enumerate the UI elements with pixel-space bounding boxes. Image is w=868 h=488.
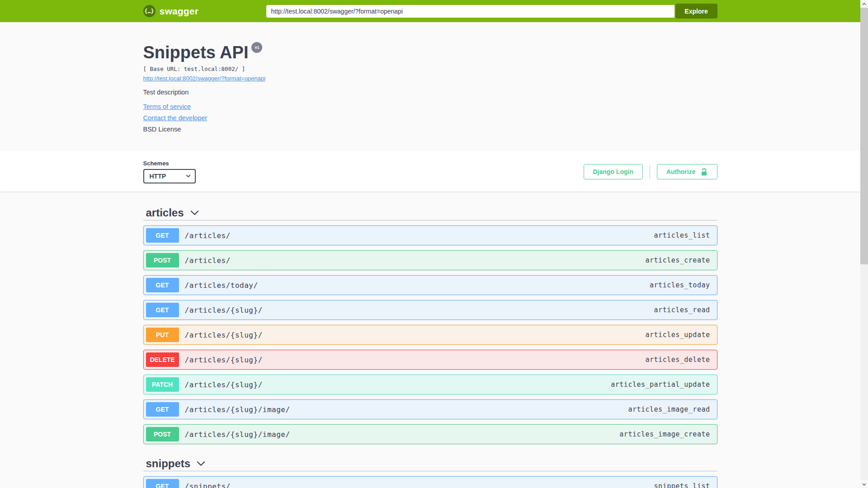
auth-divider xyxy=(650,165,650,179)
endpoint-row[interactable]: GET /articles/today/ articles_today xyxy=(143,275,717,295)
operation-id: articles_list xyxy=(654,231,710,239)
endpoint-path: /articles/ xyxy=(185,231,231,240)
operation-id: articles_today xyxy=(650,281,710,289)
sections: articles GET /articles/ articles_list PO… xyxy=(143,192,717,488)
contact-developer-link[interactable]: Contact the developer xyxy=(143,114,208,122)
schemes-group: Schemes HTTP xyxy=(143,160,196,183)
api-section: snippets GET /snippets/ snippets_list xyxy=(143,458,717,488)
auth-wrapper: Django Login Authorize xyxy=(584,164,717,179)
endpoint-path: /articles/{slug}/image/ xyxy=(185,405,290,414)
operation-id: articles_create xyxy=(646,256,710,264)
scroll-down-arrow[interactable] xyxy=(860,480,868,488)
api-description: Test description xyxy=(143,89,717,96)
base-url: [ Base URL: test.local:8002/ ] xyxy=(143,66,717,72)
endpoint-path: /snippets/ xyxy=(185,482,231,488)
api-version-badge: v1 xyxy=(251,42,262,53)
section-divider xyxy=(143,471,717,471)
operation-id: articles_image_create xyxy=(619,430,710,438)
endpoint-row[interactable]: GET /articles/{slug}/image/ articles_ima… xyxy=(143,399,717,419)
endpoint-path: /articles/{slug}/ xyxy=(185,306,263,314)
endpoint-row[interactable]: POST /articles/{slug}/image/ articles_im… xyxy=(143,424,717,444)
authorize-button[interactable]: Authorize xyxy=(657,164,717,179)
swagger-brand-text: swagger xyxy=(160,6,199,17)
swagger-logo-icon: {…} xyxy=(143,5,156,17)
section-title[interactable]: articles xyxy=(143,207,717,219)
operation-id: articles_delete xyxy=(646,356,710,364)
operation-id: articles_read xyxy=(654,306,710,314)
authorize-label: Authorize xyxy=(666,168,696,175)
api-section: articles GET /articles/ articles_list PO… xyxy=(143,207,717,444)
api-title-text: Snippets API xyxy=(143,43,249,62)
chevron-down-icon xyxy=(190,210,199,216)
method-badge: PATCH xyxy=(146,377,179,392)
scrollbar-thumb[interactable] xyxy=(860,8,868,264)
chevron-down-icon xyxy=(197,460,205,467)
topbar: {…} swagger Explore xyxy=(0,0,860,22)
endpoint-path: /articles/today/ xyxy=(185,281,258,290)
endpoint-path: /articles/{slug}/ xyxy=(185,380,263,389)
method-badge: GET xyxy=(146,479,179,488)
method-badge: GET xyxy=(146,228,179,243)
operation-id: snippets_list xyxy=(654,482,710,488)
endpoint-row[interactable]: GET /articles/{slug}/ articles_read xyxy=(143,300,717,320)
swagger-logo: {…} swagger xyxy=(143,5,266,17)
scheme-container: Schemes HTTP Django Login Authorize xyxy=(0,151,860,192)
unlock-icon xyxy=(700,168,708,176)
endpoint-path: /articles/{slug}/image/ xyxy=(185,430,290,439)
scrollbar[interactable] xyxy=(860,0,868,488)
method-badge: GET xyxy=(146,402,179,417)
endpoint-path: /articles/ xyxy=(185,256,231,265)
django-login-label: Django Login xyxy=(593,168,633,175)
section-title[interactable]: snippets xyxy=(143,458,717,469)
endpoint-row[interactable]: GET /snippets/ snippets_list xyxy=(143,476,717,488)
method-badge: POST xyxy=(146,253,179,267)
scheme-select[interactable]: HTTP xyxy=(143,169,196,183)
section-title-text: snippets xyxy=(146,458,191,469)
operation-id: articles_partial_update xyxy=(611,380,710,389)
section-title-text: articles xyxy=(146,207,184,219)
method-badge: POST xyxy=(146,427,179,441)
section-divider xyxy=(143,220,717,221)
method-badge: PUT xyxy=(146,328,179,342)
operation-id: articles_update xyxy=(646,331,710,339)
license-text: BSD License xyxy=(143,126,717,133)
endpoint-row[interactable]: GET /articles/ articles_list xyxy=(143,225,717,245)
endpoint-row[interactable]: PATCH /articles/{slug}/ articles_partial… xyxy=(143,375,717,394)
api-info-section: Snippets API v1 [ Base URL: test.local:8… xyxy=(0,22,860,151)
method-badge: GET xyxy=(146,278,179,292)
method-badge: DELETE xyxy=(146,352,179,367)
terms-of-service-link[interactable]: Terms of service xyxy=(143,103,191,110)
endpoint-path: /articles/{slug}/ xyxy=(185,331,263,339)
django-login-button[interactable]: Django Login xyxy=(584,164,643,179)
endpoint-row[interactable]: POST /articles/ articles_create xyxy=(143,250,717,270)
endpoint-path: /articles/{slug}/ xyxy=(185,356,263,364)
api-url-input[interactable] xyxy=(266,5,675,18)
swagger-ui-page: {…} swagger Explore Snippets API v1 [ Ba… xyxy=(0,0,860,488)
page-title: Snippets API v1 xyxy=(143,43,717,62)
endpoint-row[interactable]: PUT /articles/{slug}/ articles_update xyxy=(143,325,717,345)
schemes-label: Schemes xyxy=(143,160,196,167)
openapi-spec-link[interactable]: http://test.local:8002/swagger/?format=o… xyxy=(143,75,266,82)
endpoint-row[interactable]: DELETE /articles/{slug}/ articles_delete xyxy=(143,350,717,370)
operation-id: articles_image_read xyxy=(628,405,710,413)
scroll-up-arrow[interactable] xyxy=(860,0,868,8)
method-badge: GET xyxy=(146,303,179,317)
explore-button[interactable]: Explore xyxy=(675,4,717,19)
